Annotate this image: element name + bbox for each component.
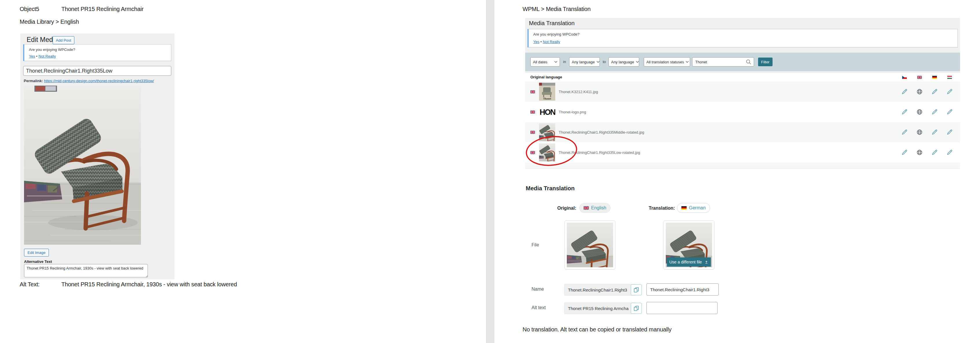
in-label: in bbox=[563, 57, 566, 67]
media-title-input[interactable] bbox=[23, 66, 171, 76]
to-label: to bbox=[603, 57, 606, 67]
original-language-icon bbox=[916, 108, 923, 115]
add-post-button[interactable]: Add Post bbox=[52, 36, 74, 44]
filter-bar: All dates in Any language to Any languag… bbox=[525, 52, 960, 71]
media-filename: Thonet-logo.png bbox=[559, 110, 586, 114]
original-file-image bbox=[565, 221, 616, 270]
language-from-value: Any language bbox=[572, 60, 595, 64]
english-flag-icon bbox=[917, 76, 922, 79]
chevron-down-icon bbox=[686, 61, 689, 63]
search-icon bbox=[746, 59, 751, 65]
search-box bbox=[692, 57, 754, 67]
chevron-down-icon bbox=[597, 61, 600, 63]
translation-language-name: German bbox=[689, 205, 706, 211]
edit-translation-icon[interactable] bbox=[946, 149, 953, 156]
edit-translation-icon[interactable] bbox=[931, 149, 938, 156]
edit-translation-icon[interactable] bbox=[946, 88, 953, 95]
dates-filter-select[interactable]: All dates bbox=[530, 57, 560, 67]
alt-text-line-value: Thonet PR15 Reclining Armchair, 1930s - … bbox=[61, 281, 237, 288]
alt-translation-input[interactable] bbox=[646, 302, 718, 314]
edit-image-button[interactable]: Edit Image bbox=[24, 249, 49, 257]
name-original-field: Thonet.RecliningChair1.Right3 bbox=[564, 284, 635, 295]
media-thumbnail bbox=[539, 123, 555, 141]
media-thumbnail bbox=[539, 83, 555, 101]
edit-media-card: Edit Media Add Post Are you enjoying WPC… bbox=[20, 33, 175, 279]
wpcode-yes-link[interactable]: Yes bbox=[533, 40, 539, 44]
translation-status-value: All translation statuses bbox=[646, 60, 684, 64]
table-header-row: Original language bbox=[525, 73, 960, 82]
name-translation-input[interactable] bbox=[646, 283, 719, 295]
media-filename: Thonet.K3212.K411.jpg bbox=[559, 90, 598, 94]
table-footer-band bbox=[525, 162, 960, 168]
wpcode-notice: Are you enjoying WPCode? Yes • Not Reall… bbox=[23, 44, 171, 61]
wpcode-links: Yes • Not Really bbox=[29, 54, 56, 59]
wpcode-question: Are you enjoying WPCode? bbox=[29, 48, 75, 52]
alternative-text-textarea[interactable]: Thonet PR15 Reclining Armchair, 1930s - … bbox=[24, 264, 148, 277]
right-panel: WPML > Media Translation Media Translati… bbox=[494, 0, 980, 343]
czech-flag-icon bbox=[902, 76, 907, 79]
edit-translation-icon[interactable] bbox=[901, 108, 908, 115]
search-input[interactable] bbox=[695, 60, 746, 65]
wpcode-separator: • bbox=[36, 54, 38, 59]
translation-status-select[interactable]: All translation statuses bbox=[644, 57, 690, 67]
wpml-breadcrumb: WPML > Media Translation bbox=[523, 6, 590, 13]
original-language-icon bbox=[916, 88, 923, 95]
media-table-row[interactable]: Thonet-logo.png bbox=[525, 102, 960, 122]
media-table-row[interactable]: Thonet.RecliningChair1.Right335Middle-ro… bbox=[525, 122, 960, 142]
copy-icon bbox=[633, 287, 640, 293]
original-language-header: Original language bbox=[530, 73, 562, 81]
alt-original-field: Thonet PR15 Reclining Armcha bbox=[564, 303, 635, 314]
permalink-line: Permalink: https://mid-century-design.co… bbox=[24, 79, 154, 83]
breadcrumb: Media Library > English bbox=[20, 19, 79, 25]
english-flag-icon bbox=[530, 151, 535, 154]
chevron-down-icon bbox=[636, 61, 639, 63]
edit-translation-icon[interactable] bbox=[931, 129, 938, 136]
wpcode-links: Yes • Not Really bbox=[533, 40, 560, 44]
object-title: Thonet PR15 Reclining Armchair bbox=[61, 6, 143, 13]
english-flag-icon bbox=[584, 206, 589, 210]
use-different-file-button[interactable]: Use a different file bbox=[667, 257, 711, 267]
file-label: File bbox=[531, 242, 539, 248]
name-label: Name bbox=[531, 287, 544, 292]
left-panel: Object5 Thonet PR15 Reclining Armchair M… bbox=[0, 0, 486, 343]
alt-text-line-label: Alt Text: bbox=[20, 281, 40, 288]
media-image bbox=[24, 86, 141, 245]
german-flag-icon bbox=[932, 76, 937, 79]
wpcode-yes-link[interactable]: Yes bbox=[29, 54, 35, 59]
detail-heading: Media Translation bbox=[526, 185, 574, 192]
edit-translation-icon[interactable] bbox=[901, 149, 908, 156]
language-to-select[interactable]: Any language bbox=[608, 57, 639, 67]
media-table-row[interactable]: Thonet.RecliningChair1.Right335Low-rotat… bbox=[525, 142, 960, 162]
media-translation-admin: Media Translation Are you enjoying WPCod… bbox=[525, 18, 960, 169]
copy-icon bbox=[633, 305, 640, 311]
edit-translation-icon[interactable] bbox=[901, 129, 908, 136]
edit-translation-icon[interactable] bbox=[901, 88, 908, 95]
permalink-label: Permalink: bbox=[24, 79, 43, 83]
edit-translation-icon[interactable] bbox=[946, 108, 953, 115]
alt-text-label: Alt text bbox=[531, 305, 546, 310]
english-flag-icon bbox=[530, 111, 535, 114]
panel-divider bbox=[486, 0, 494, 343]
wpcode-not-really-link[interactable]: Not Really bbox=[543, 40, 560, 44]
upload-icon bbox=[704, 260, 709, 264]
copy-alt-text-button[interactable] bbox=[631, 303, 642, 314]
edit-translation-icon[interactable] bbox=[931, 88, 938, 95]
filter-button[interactable]: Filter bbox=[758, 57, 773, 66]
textarea-resize-handle[interactable] bbox=[145, 275, 148, 278]
language-from-select[interactable]: Any language bbox=[569, 57, 600, 67]
media-filename: Thonet.RecliningChair1.Right335Middle-ro… bbox=[559, 130, 644, 135]
original-language-icon bbox=[916, 149, 923, 156]
translation-footnote: No translation. Alt text can be copied o… bbox=[523, 326, 671, 333]
media-table-row[interactable]: Thonet.K3212.K411.jpg bbox=[525, 81, 960, 102]
edit-translation-icon[interactable] bbox=[931, 108, 938, 115]
copy-name-button[interactable] bbox=[631, 284, 642, 295]
english-flag-icon bbox=[530, 90, 535, 94]
media-filename: Thonet.RecliningChair1.Right335Low-rotat… bbox=[559, 150, 640, 155]
english-flag-icon bbox=[530, 131, 535, 134]
use-different-file-label: Use a different file bbox=[669, 260, 702, 264]
german-flag-icon bbox=[681, 206, 687, 210]
permalink-link[interactable]: https://mid-century-design.com/thonet-re… bbox=[44, 79, 154, 83]
wpcode-not-really-link[interactable]: Not Really bbox=[38, 54, 56, 59]
alternative-text-label: Alternative Text bbox=[24, 259, 52, 264]
edit-translation-icon[interactable] bbox=[946, 129, 953, 136]
